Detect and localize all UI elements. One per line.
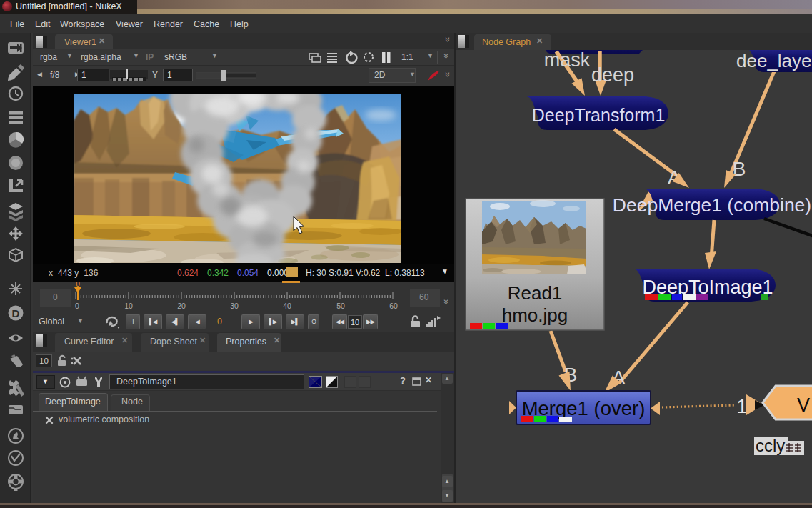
svg-text:60: 60: [389, 302, 398, 310]
svg-text:DeepTransform1: DeepTransform1: [532, 105, 666, 125]
svg-text:1: 1: [736, 395, 748, 417]
svg-text:hmo.jpg: hmo.jpg: [502, 304, 568, 326]
svg-text:0: 0: [76, 282, 80, 288]
svg-text:50: 50: [336, 302, 345, 310]
svg-text:20: 20: [177, 302, 186, 310]
svg-text:30: 30: [230, 302, 239, 310]
svg-text:Read1: Read1: [508, 282, 563, 304]
svg-text:deep: deep: [591, 64, 634, 86]
svg-text:dee_layer: dee_layer: [736, 50, 812, 71]
svg-text:D: D: [12, 307, 20, 319]
svg-text:V: V: [797, 394, 810, 416]
svg-text:10: 10: [124, 302, 133, 310]
svg-text:ccly: ccly: [756, 436, 785, 455]
svg-text:B: B: [733, 158, 746, 180]
svg-text:0: 0: [75, 302, 79, 310]
svg-text:mask: mask: [544, 49, 591, 71]
svg-text:40: 40: [283, 302, 291, 310]
svg-text:DeepMerge1 (combine): DeepMerge1 (combine): [613, 194, 811, 216]
